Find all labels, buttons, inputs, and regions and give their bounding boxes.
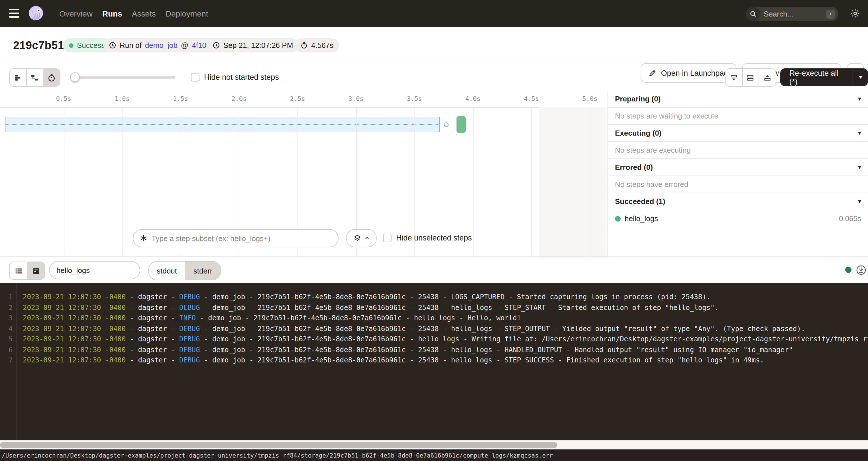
step-marker-circle [444, 123, 448, 127]
log-line-number: 4 [0, 324, 12, 334]
dagster-run-page: OverviewRunsAssetsDeployment Search... /… [0, 0, 868, 461]
panel-empty-message: No steps have errored [608, 176, 868, 193]
nav-item-runs[interactable]: Runs [102, 9, 122, 18]
log-line: 52023-09-21 12:07:30 -0400 - dagster - D… [0, 334, 868, 344]
log-step-filter-input[interactable]: hello_logs [49, 261, 140, 279]
axis-tick: 4.0s [465, 95, 480, 102]
gridline [473, 107, 474, 256]
caret-down-icon: ▾ [858, 95, 861, 102]
gantt-zoom-slider[interactable] [70, 76, 176, 79]
console-icon [32, 267, 40, 275]
step-subset-input[interactable]: Type a step subset (ex: hello_logs+) [133, 229, 339, 247]
panel-expand-top-button[interactable] [758, 69, 775, 86]
top-navbar: OverviewRunsAssetsDeployment Search... / [0, 0, 868, 27]
log-line: 62023-09-21 12:07:30 -0400 - dagster - D… [0, 344, 868, 355]
run-id-title: 219c7b51 [13, 39, 64, 52]
gear-icon[interactable] [850, 8, 860, 18]
beyond-duration-region [539, 107, 608, 256]
reexecute-split-button: Re-execute all (*) [780, 68, 868, 86]
step-name: hello_logs [625, 214, 835, 223]
log-line: 12023-09-21 12:07:30 -0400 - dagster - D… [0, 292, 868, 302]
run-of-prefix: Run of [120, 41, 142, 50]
structured-log-view-button[interactable] [10, 262, 27, 279]
panel-section-header[interactable]: Errored (0)▾ [608, 159, 868, 176]
log-line-number: 5 [0, 334, 12, 344]
panel-section-title: Succeeded (1) [615, 197, 858, 206]
run-timestamp: Sep 21, 12:07:26 PM [223, 41, 293, 50]
open-in-launchpad-button[interactable]: Open in Launchpad [641, 63, 736, 83]
log-line-number: 6 [0, 344, 12, 355]
gridline [122, 107, 123, 256]
hide-unselected-checkbox[interactable] [383, 234, 392, 242]
gantt-zoom-slider-knob[interactable] [70, 72, 80, 82]
panel-section-header[interactable]: Executing (0)▾ [608, 125, 868, 142]
log-line-number: 1 [0, 292, 12, 302]
panel-section-title: Errored (0) [615, 163, 858, 172]
step-execution-bar[interactable] [457, 116, 466, 133]
panel-section-title: Executing (0) [615, 129, 858, 137]
reexecute-dropdown-button[interactable] [853, 68, 868, 86]
log-line-number: 2 [0, 302, 12, 313]
axis-tick: 1.5s [173, 95, 188, 102]
gantt-timed-view-button[interactable] [43, 69, 60, 86]
raw-log-view-button[interactable] [27, 262, 44, 279]
run-timestamp-pill: Sep 21, 12:07:26 PM [207, 38, 299, 53]
graph-query-toggle-button[interactable] [346, 229, 377, 247]
chevron-up-icon [364, 235, 370, 241]
nav-item-deployment[interactable]: Deployment [165, 9, 208, 18]
job-link[interactable]: demo_job [145, 41, 178, 50]
axis-tick: 1.0s [115, 95, 130, 102]
list-icon [14, 267, 23, 275]
log-horizontal-scrollbar[interactable] [0, 440, 868, 449]
nav-item-assets[interactable]: Assets [132, 9, 156, 18]
hamburger-menu-icon[interactable] [9, 9, 20, 18]
axis-tick: 3.5s [407, 95, 422, 102]
log-line: 42023-09-21 12:07:30 -0400 - dagster - D… [0, 324, 868, 334]
download-icon [856, 265, 866, 275]
history-icon [109, 41, 116, 49]
caret-down-icon: ▾ [858, 129, 861, 137]
log-line: 22023-09-21 12:07:30 -0400 - dagster - D… [0, 302, 868, 313]
axis-tick: 3.0s [348, 95, 364, 102]
waiting-dotted-line [6, 124, 438, 125]
tab-stderr[interactable]: stderr [185, 262, 220, 280]
log-line-text: 2023-09-21 12:07:30 -0400 - dagster - DE… [23, 292, 710, 302]
nav-item-overview[interactable]: Overview [59, 9, 93, 18]
at-separator: @ [181, 41, 188, 50]
axis-tick: 2.5s [290, 95, 305, 102]
panel-expand-bottom-button[interactable] [725, 69, 742, 86]
search-input[interactable]: Search... / [746, 7, 838, 21]
layers-icon [353, 234, 361, 242]
run-status-label: Success [77, 41, 105, 50]
tab-stdout[interactable]: stdout [149, 262, 185, 280]
log-line: 32023-09-21 12:07:30 -0400 - dagster - I… [0, 313, 868, 324]
log-line-text: 2023-09-21 12:07:30 -0400 - dagster - DE… [23, 334, 868, 344]
reexecute-all-button[interactable]: Re-execute all (*) [780, 68, 853, 86]
flat-gantt-icon [14, 73, 22, 82]
log-step-filter-value: hello_logs [56, 266, 90, 274]
log-status-dot [845, 267, 851, 273]
log-toolbar: hello_logs stdoutstderr [0, 256, 868, 283]
panel-up-icon [763, 73, 772, 82]
log-line-number: 3 [0, 313, 12, 324]
hide-unselected-label: Hide unselected steps [396, 234, 472, 242]
gridline [590, 107, 590, 256]
log-line-text: 2023-09-21 12:07:30 -0400 - dagster - IN… [23, 313, 521, 324]
step-duration: 0.065s [839, 214, 861, 223]
dagster-logo[interactable] [27, 5, 44, 22]
panel-section-header[interactable]: Succeeded (1)▾ [608, 193, 868, 210]
succeeded-step-row[interactable]: hello_logs0.065s [608, 210, 868, 227]
gantt-view-mode-group [9, 68, 60, 87]
axis-tick: 4.5s [524, 95, 539, 102]
gantt-waterfall-view-button[interactable] [26, 69, 43, 86]
download-log-button[interactable] [856, 265, 866, 275]
panel-section-title: Preparing (0) [615, 95, 858, 103]
log-line-text: 2023-09-21 12:07:30 -0400 - dagster - DE… [23, 324, 805, 334]
step-waiting-band [5, 117, 440, 132]
panel-split-even-button[interactable] [742, 69, 758, 86]
scrollbar-thumb[interactable] [0, 442, 557, 448]
clock-icon [213, 41, 220, 49]
hide-not-started-checkbox[interactable] [191, 73, 199, 82]
panel-section-header[interactable]: Preparing (0)▾ [608, 91, 868, 108]
gantt-flat-view-button[interactable] [10, 69, 26, 86]
